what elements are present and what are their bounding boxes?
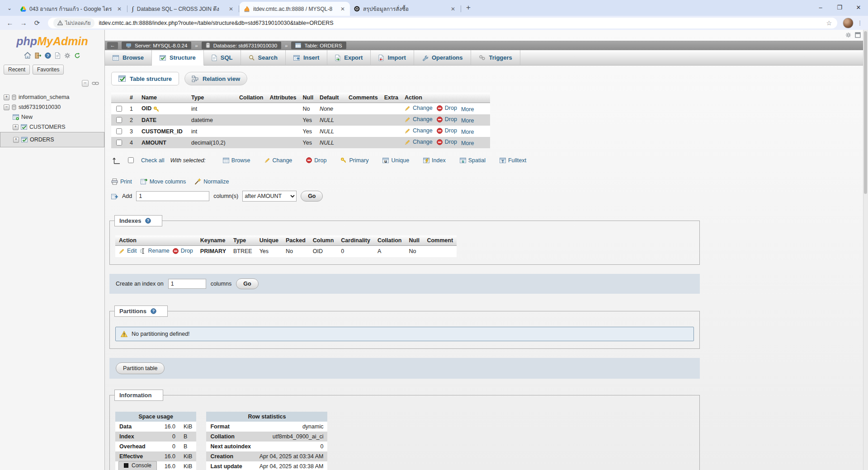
tree-item-information_schema[interactable]: +information_schema: [0, 92, 104, 102]
browser-menu-icon[interactable]: ⋮: [856, 19, 863, 26]
partition-table-button[interactable]: Partition table: [116, 362, 165, 374]
back-icon[interactable]: ←: [5, 19, 15, 27]
minimize-button[interactable]: –: [811, 0, 830, 14]
subtab-relation-view[interactable]: Relation view: [184, 72, 247, 85]
index-edit-link[interactable]: Edit: [119, 248, 137, 254]
breadcrumb-server[interactable]: Server: MYSQL-8.0.24: [122, 42, 191, 49]
collapse-all-icon[interactable]: −: [82, 80, 89, 87]
add-position-select[interactable]: after AMOUNT: [242, 191, 297, 202]
reload-icon[interactable]: ⟳: [32, 19, 42, 27]
create-index-count-input[interactable]: [168, 279, 206, 289]
maximize-button[interactable]: ❐: [830, 0, 849, 14]
settings-gear-icon[interactable]: [64, 52, 71, 59]
row-checkbox[interactable]: [116, 140, 122, 146]
add-go-button[interactable]: Go: [301, 191, 323, 202]
tab-sql[interactable]: SQL: [204, 50, 241, 65]
withselected-primary-link[interactable]: Primary: [340, 157, 368, 164]
browser-tab-4[interactable]: สรุปข้อมูลการสั่งซื้อ✕: [350, 2, 460, 16]
row-checkbox[interactable]: [116, 128, 122, 134]
profile-avatar[interactable]: [843, 18, 854, 28]
breadcrumb-back-icon[interactable]: ←: [107, 42, 118, 49]
tab-operations[interactable]: Operations: [414, 50, 471, 65]
drop-link[interactable]: Drop: [437, 127, 457, 134]
tab-browse[interactable]: Browse: [105, 50, 152, 65]
index-drop-link[interactable]: Drop: [173, 248, 193, 254]
subtab-table-structure[interactable]: Table structure: [111, 72, 179, 85]
row-checkbox[interactable]: [116, 117, 122, 123]
tree-expander-icon[interactable]: +: [4, 94, 9, 100]
tree-expander-icon[interactable]: −: [4, 104, 9, 110]
expand-window-icon[interactable]: [855, 32, 861, 38]
bookmark-star-icon[interactable]: ☆: [826, 19, 832, 27]
change-link[interactable]: Change: [405, 127, 433, 134]
more-link[interactable]: More: [461, 140, 474, 146]
withselected-browse-link[interactable]: Browse: [223, 157, 250, 164]
tree-item-New[interactable]: New: [0, 112, 104, 122]
forward-icon[interactable]: →: [18, 19, 29, 27]
print-link[interactable]: Print: [111, 179, 132, 185]
tab-import[interactable]: Import: [371, 50, 414, 65]
check-all-checkbox[interactable]: [128, 157, 134, 163]
tab-search-icon[interactable]: ⌄: [4, 2, 15, 14]
tab-close-icon[interactable]: ✕: [340, 6, 346, 12]
page-settings-gear-icon[interactable]: [845, 32, 851, 38]
browser-tab-2[interactable]: ∫Database SQL – CROSS JOIN ดึง✕: [128, 2, 238, 16]
more-link[interactable]: More: [461, 106, 474, 113]
browser-tab-3[interactable]: itdev.cmtc.ac.th:8888 / MYSQL-8✕: [240, 2, 350, 16]
tab-close-icon[interactable]: ✕: [116, 6, 123, 12]
security-chip[interactable]: ไม่ปลอดภัย: [53, 18, 94, 28]
tree-item-CUSTOMERS[interactable]: +CUSTOMERS: [0, 122, 104, 132]
create-index-go-button[interactable]: Go: [236, 278, 258, 289]
recent-button[interactable]: Recent: [4, 65, 30, 75]
drop-link[interactable]: Drop: [437, 116, 457, 122]
tree-expander-icon[interactable]: +: [13, 124, 19, 130]
scrollbar-thumb[interactable]: [864, 31, 867, 194]
change-link[interactable]: Change: [405, 105, 433, 111]
console-toggle[interactable]: Console: [118, 461, 157, 470]
tree-item-ORDERS[interactable]: +ORDERS: [0, 132, 104, 147]
tab-close-icon[interactable]: ✕: [450, 6, 456, 12]
tab-search[interactable]: Search: [241, 50, 286, 65]
move-columns-link[interactable]: Move columns: [141, 178, 186, 185]
link-panels-icon[interactable]: [92, 81, 99, 86]
close-button[interactable]: ✕: [849, 0, 868, 14]
tab-insert[interactable]: Insert: [286, 50, 327, 65]
url-bar[interactable]: ไม่ปลอดภัย itdev.cmtc.ac.th:8888/index.p…: [48, 18, 837, 28]
more-link[interactable]: More: [461, 129, 474, 135]
tab-close-icon[interactable]: ✕: [228, 6, 234, 12]
change-link[interactable]: Change: [405, 116, 433, 122]
withselected-index-link[interactable]: Index: [423, 157, 446, 164]
drop-link[interactable]: Drop: [437, 105, 457, 111]
withselected-unique-link[interactable]: uUnique: [382, 157, 409, 164]
partitions-help-icon[interactable]: ?: [151, 308, 156, 314]
favorites-button[interactable]: Favorites: [33, 65, 64, 75]
add-count-input[interactable]: [136, 191, 209, 201]
check-all-link[interactable]: Check all: [141, 157, 164, 164]
page-scrollbar[interactable]: [863, 30, 868, 470]
drop-link[interactable]: Drop: [437, 139, 457, 145]
normalize-link[interactable]: Normalize: [194, 178, 229, 185]
breadcrumb-database[interactable]: Database: std67319010030: [202, 42, 281, 49]
withselected-drop-link[interactable]: Drop: [306, 157, 326, 164]
tree-item-std67319010030[interactable]: −std67319010030: [0, 102, 104, 112]
tree-expander-icon[interactable]: +: [13, 137, 19, 143]
withselected-change-link[interactable]: Change: [264, 157, 292, 164]
refresh-icon[interactable]: [74, 52, 80, 59]
tab-structure[interactable]: Structure: [152, 50, 204, 66]
logout-door-icon[interactable]: [35, 52, 41, 59]
home-icon[interactable]: [24, 52, 31, 59]
indexes-help-icon[interactable]: ?: [145, 218, 151, 224]
docs-icon[interactable]: [55, 52, 61, 59]
new-tab-button[interactable]: +: [462, 2, 474, 14]
phpmyadmin-logo[interactable]: phpMyAdmin: [0, 30, 104, 49]
browser-tab-1[interactable]: 043 อาณกร ก้านแก้ว - Google ไดร✕: [16, 2, 127, 16]
help-icon[interactable]: ?: [45, 52, 51, 59]
withselected-fulltext-link[interactable]: TFulltext: [500, 157, 526, 164]
row-checkbox[interactable]: [116, 106, 122, 112]
more-link[interactable]: More: [461, 118, 474, 124]
breadcrumb-table[interactable]: Table: ORDERS: [291, 42, 346, 49]
tab-export[interactable]: Export: [327, 50, 371, 65]
withselected-spatial-link[interactable]: sSpatial: [460, 157, 486, 164]
change-link[interactable]: Change: [405, 139, 433, 145]
tab-triggers[interactable]: Triggers: [471, 50, 520, 65]
